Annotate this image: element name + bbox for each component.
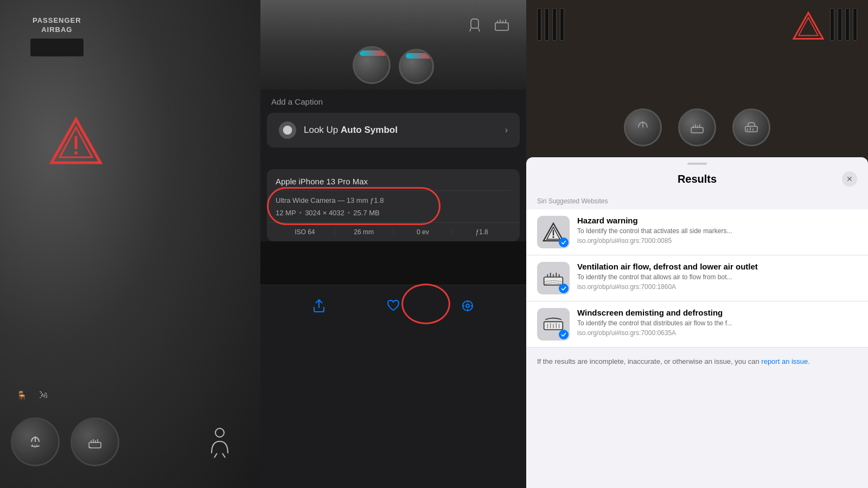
lookup-text: Look Up Auto Symbol bbox=[304, 125, 501, 136]
exif-ev: 0 ev bbox=[394, 228, 453, 236]
right-hazard-triangle bbox=[792, 11, 825, 43]
svg-rect-18 bbox=[495, 23, 508, 30]
lookup-bold: Auto Symbol bbox=[341, 125, 398, 135]
result-badge-1 bbox=[559, 237, 569, 247]
photo-knob-left bbox=[353, 46, 391, 84]
result-url-1: iso.org/obp/ui#iso:grs:7000:0085 bbox=[577, 237, 857, 245]
panel-handle bbox=[687, 163, 707, 165]
svg-line-17 bbox=[478, 28, 480, 31]
add-caption-label: Add a Caption bbox=[260, 89, 526, 113]
hazard-triangle-icon bbox=[43, 108, 108, 174]
photo-exif: ISO 64 26 mm 0 ev ƒ1.8 bbox=[267, 222, 520, 241]
result-badge-3 bbox=[559, 330, 569, 339]
dark-photo-area bbox=[260, 241, 526, 285]
person-icon bbox=[206, 426, 233, 464]
favorite-button[interactable] bbox=[381, 294, 405, 318]
svg-line-15 bbox=[222, 453, 225, 458]
auto-symbol-icon bbox=[279, 121, 296, 139]
svg-line-14 bbox=[214, 453, 217, 458]
exif-aperture: ƒ1.8 bbox=[452, 228, 511, 236]
middle-panel: Add a Caption Look Up Auto Symbol › bbox=[260, 0, 526, 488]
left-knob-2[interactable] bbox=[71, 418, 119, 466]
photo-area-top bbox=[260, 0, 526, 89]
share-button[interactable] bbox=[307, 294, 331, 318]
result-url-3: iso.org/obp/ui#iso:grs:7000:0635A bbox=[577, 329, 857, 337]
lookup-chevron: › bbox=[505, 125, 508, 135]
siri-section-title: Siri Suggested Websites bbox=[526, 193, 868, 209]
svg-rect-8 bbox=[89, 442, 101, 448]
context-menu: Add a Caption Look Up Auto Symbol › bbox=[260, 89, 526, 241]
svg-point-30 bbox=[466, 304, 469, 307]
visual-lookup-button[interactable] bbox=[456, 294, 480, 318]
result-thumb-windscreen bbox=[537, 308, 570, 341]
svg-marker-36 bbox=[799, 18, 818, 36]
seat-heat-icon: 🪑 bbox=[16, 390, 27, 401]
result-thumb-ventilation bbox=[537, 262, 570, 294]
result-desc-3: To identify the control that distributes… bbox=[577, 319, 857, 328]
lookup-auto-symbol-button[interactable]: Look Up Auto Symbol › bbox=[267, 113, 520, 147]
photo-info-card: Apple iPhone 13 Pro Max Ultra Wide Camer… bbox=[267, 169, 520, 241]
exif-iso: ISO 64 bbox=[276, 228, 335, 236]
svg-point-24 bbox=[286, 129, 289, 132]
result-content-hazard: Hazard warning To Identify the control t… bbox=[577, 216, 857, 245]
right-panel: Results ✕ Siri Suggested Websites bbox=[526, 0, 868, 488]
result-thumb-hazard bbox=[537, 216, 570, 248]
result-content-ventilation: Ventilation air flow, defrost and lower … bbox=[577, 262, 857, 291]
left-panel: PASSENGERAIRBAG 🪑 🌬 bbox=[0, 0, 260, 488]
camera-info: Ultra Wide Camera — 13 mm ƒ1.8 bbox=[267, 191, 520, 207]
result-content-windscreen: Windscreen demisting and defrosting To i… bbox=[577, 308, 857, 337]
airbag-button-switch bbox=[30, 38, 84, 57]
photo-toolbar bbox=[260, 285, 526, 329]
result-title-2: Ventilation air flow, defrost and lower … bbox=[577, 262, 857, 271]
svg-rect-38 bbox=[691, 127, 703, 133]
device-name: Apple iPhone 13 Pro Max bbox=[267, 169, 520, 190]
right-knob-1 bbox=[624, 108, 662, 146]
results-title: Results bbox=[552, 173, 842, 185]
airbag-label: PASSENGERAIRBAG bbox=[33, 16, 81, 35]
right-knob-2 bbox=[678, 108, 716, 146]
results-panel: Results ✕ Siri Suggested Websites bbox=[526, 157, 868, 488]
result-url-2: iso.org/obp/ui#iso:grs:7000:1860A bbox=[577, 283, 857, 291]
report-issue-link[interactable]: report an issue bbox=[761, 357, 808, 365]
result-item-hazard[interactable]: Hazard warning To Identify the control t… bbox=[526, 209, 868, 255]
photo-specs: 12 MP • 3024 × 4032 • 25.7 MB bbox=[267, 207, 520, 222]
photo-knob-right bbox=[399, 49, 434, 84]
result-badge-2 bbox=[559, 284, 569, 293]
result-title-1: Hazard warning bbox=[577, 216, 857, 225]
defrost-icon: 🌬 bbox=[39, 390, 48, 401]
photo-hvac-seat-icon bbox=[467, 16, 483, 35]
result-desc-1: To Identify the control that activates a… bbox=[577, 227, 857, 236]
svg-line-16 bbox=[470, 28, 471, 31]
result-item-windscreen[interactable]: Windscreen demisting and defrosting To i… bbox=[526, 301, 868, 348]
results-header: Results ✕ bbox=[526, 169, 868, 193]
svg-point-3 bbox=[74, 151, 78, 155]
results-close-button[interactable]: ✕ bbox=[842, 171, 857, 187]
result-title-3: Windscreen demisting and defrosting bbox=[577, 308, 857, 317]
exif-focal: 26 mm bbox=[335, 228, 394, 236]
right-photo-bg bbox=[526, 0, 868, 163]
red-oval-bottom bbox=[401, 284, 450, 324]
left-knob-1[interactable] bbox=[11, 418, 60, 466]
right-knob-3 bbox=[732, 108, 770, 146]
svg-point-50 bbox=[552, 236, 554, 238]
photo-hvac-defrost-icon bbox=[494, 16, 510, 35]
results-footer: If the results are incomplete, inaccurat… bbox=[526, 348, 868, 376]
result-desc-2: To identify the control that allows air … bbox=[577, 273, 857, 282]
svg-point-13 bbox=[215, 428, 224, 437]
result-item-ventilation[interactable]: Ventilation air flow, defrost and lower … bbox=[526, 255, 868, 301]
lookup-prefix: Look Up bbox=[304, 125, 341, 135]
